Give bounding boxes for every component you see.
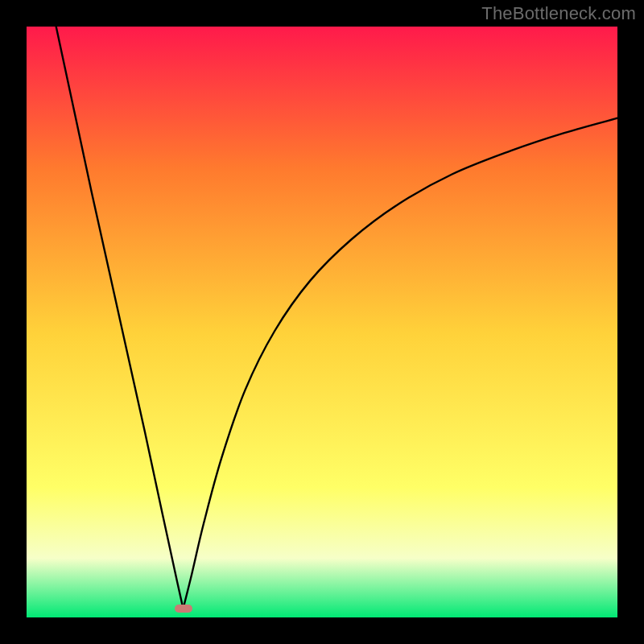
minimum-marker	[175, 605, 192, 613]
watermark-text: TheBottleneck.com	[481, 3, 636, 24]
gradient-background	[27, 27, 617, 617]
plot-svg	[27, 27, 617, 617]
chart-frame: TheBottleneck.com	[0, 0, 644, 644]
plot-area	[27, 27, 617, 617]
